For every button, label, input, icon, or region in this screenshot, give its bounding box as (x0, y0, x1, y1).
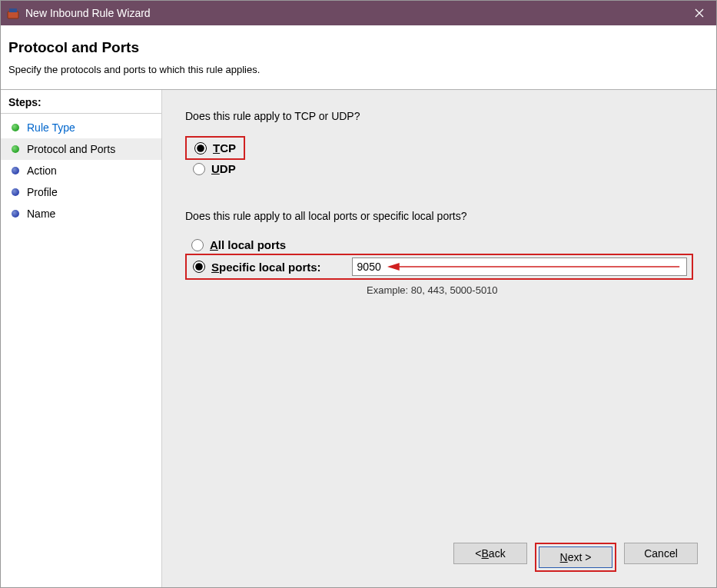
bullet-icon (12, 188, 19, 196)
radio-all-ports-label: All local ports (210, 238, 286, 251)
page-subtitle: Specify the protocols and ports to which… (8, 64, 709, 75)
radio-tcp-input[interactable] (194, 142, 207, 154)
radio-all-local-ports[interactable]: All local ports (185, 236, 693, 254)
bullet-icon (12, 124, 19, 131)
bullet-icon (12, 145, 19, 153)
radio-tcp-label: TCP (213, 141, 236, 154)
svg-rect-0 (8, 12, 18, 18)
highlight-specific-ports: Specific local ports: (185, 254, 693, 280)
wizard-content: Does this rule apply to TCP or UDP? TCP … (162, 90, 716, 587)
protocol-options: TCP UDP (185, 136, 693, 178)
radio-all-ports-input[interactable] (191, 239, 204, 251)
step-label: Profile (27, 186, 58, 198)
svg-rect-2 (9, 8, 17, 12)
highlight-next: Next > (535, 543, 616, 572)
window-title: New Inbound Rule Wizard (25, 7, 682, 19)
bullet-icon (12, 167, 19, 174)
page-title: Protocol and Ports (8, 39, 709, 56)
bullet-icon (12, 210, 19, 218)
question-protocol: Does this rule apply to TCP or UDP? (185, 110, 693, 122)
radio-specific-ports-input[interactable] (193, 261, 205, 273)
radio-udp-input[interactable] (193, 163, 205, 175)
step-name[interactable]: Name (1, 203, 161, 224)
step-label: Rule Type (27, 121, 75, 134)
titlebar: New Inbound Rule Wizard (1, 1, 716, 25)
highlight-tcp: TCP (185, 136, 245, 160)
question-ports: Does this rule apply to all local ports … (185, 210, 693, 222)
radio-udp[interactable]: UDP (187, 160, 693, 178)
cancel-button[interactable]: Cancel (624, 543, 698, 564)
steps-heading: Steps: (1, 96, 161, 114)
radio-specific-ports-label: Specific local ports: (211, 261, 321, 274)
step-profile[interactable]: Profile (1, 181, 161, 203)
step-protocol-and-ports[interactable]: Protocol and Ports (1, 138, 161, 160)
step-label: Action (27, 164, 57, 177)
wizard-header: Protocol and Ports Specify the protocols… (1, 25, 716, 89)
step-action[interactable]: Action (1, 160, 161, 181)
step-label: Protocol and Ports (27, 143, 115, 155)
specific-ports-field[interactable] (352, 257, 687, 276)
wizard-buttons: < Back Next > Cancel (453, 543, 698, 572)
back-button[interactable]: < Back (453, 543, 527, 564)
radio-udp-label: UDP (211, 162, 236, 175)
ports-example-text: Example: 80, 443, 5000-5010 (367, 284, 693, 296)
close-button[interactable] (682, 1, 716, 25)
step-rule-type[interactable]: Rule Type (1, 117, 161, 138)
next-button[interactable]: Next > (539, 546, 612, 568)
step-label: Name (27, 208, 55, 220)
radio-specific-local-ports[interactable]: Specific local ports: (188, 261, 321, 274)
radio-tcp[interactable]: TCP (188, 139, 236, 157)
steps-sidebar: Steps: Rule Type Protocol and Ports Acti… (1, 90, 162, 587)
firewall-icon (7, 7, 19, 19)
